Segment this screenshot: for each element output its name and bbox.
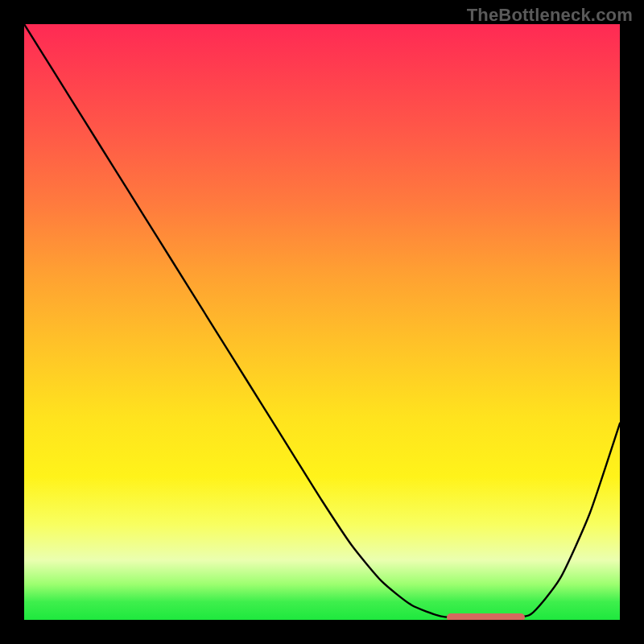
optimal-range-marker	[447, 613, 524, 620]
watermark-text: TheBottleneck.com	[467, 5, 633, 26]
plot-area	[24, 24, 620, 620]
chart-frame: TheBottleneck.com	[0, 0, 644, 644]
curve-svg	[24, 24, 620, 620]
bottleneck-curve	[24, 24, 620, 618]
